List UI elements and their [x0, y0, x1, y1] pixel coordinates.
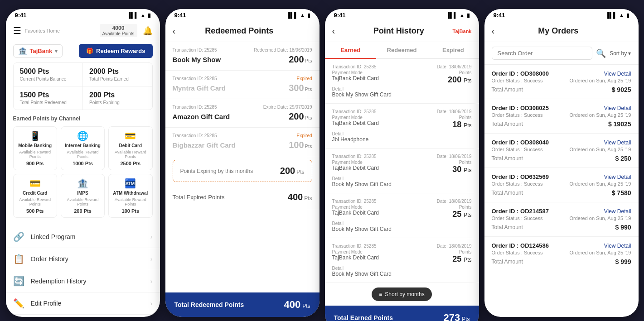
- total-label-0: Total Amount: [492, 86, 523, 93]
- redeem-btn-label: Redeem Rewards: [96, 48, 145, 54]
- order-id-0: Order ID : OD308000: [492, 70, 549, 77]
- txn-id-3: Transaction ID: 25285: [173, 133, 217, 138]
- total-amount-5: $ 999: [615, 258, 631, 265]
- order-row2-5: Order Status : Success Ordered on Sun, A…: [492, 250, 631, 255]
- status-bar-1: 9:41 ▐▌▌ ▲ ▮: [6, 9, 160, 20]
- order-item-5: Order ID : OD124586 View Detail Order St…: [484, 237, 639, 271]
- pts-label-3: Points Expiring: [89, 100, 146, 105]
- hist-pts-wrap-4: Points 25 Pts: [452, 249, 471, 264]
- order-date-4: Ordered on Sun, Aug 25 '19: [569, 216, 631, 221]
- screen4-title: My Orders: [500, 26, 616, 36]
- linked-program-icon: 🔗: [13, 231, 24, 242]
- order-id-2: Order ID : OD308040: [492, 139, 549, 146]
- order-history-icon: 📋: [13, 254, 24, 264]
- order-status-2: Order Status : Success: [492, 147, 543, 152]
- total-amount-1: $ 19025: [608, 120, 631, 128]
- order-id-1: Order ID : OD308025: [492, 105, 549, 111]
- status-bar-4: 9:41 ▐▌▌ ▲ ▮: [484, 9, 639, 20]
- atm-icon: 🏧: [125, 178, 136, 189]
- order-item-3: Order ID : OD632569 View Detail Order St…: [484, 168, 639, 202]
- brand-sub: Favorites Home: [25, 28, 60, 34]
- imps-icon: 🏦: [77, 178, 88, 189]
- channel-name-5: ATM Withdrawal: [113, 191, 148, 196]
- tab-expired[interactable]: Expired: [427, 42, 479, 58]
- status-icons-3: ▐▌▌ ▲ ▮: [446, 12, 470, 19]
- pts-label-1: Total Points Earned: [89, 77, 146, 81]
- view-detail-2[interactable]: View Detail: [604, 139, 631, 146]
- dropdown-icon[interactable]: ▾: [55, 48, 58, 54]
- view-detail-0[interactable]: View Detail: [604, 71, 631, 77]
- hist-pts-wrap-3: Points 25 Pts: [452, 205, 471, 219]
- txn-id-1: Transaction ID: 25285: [173, 76, 217, 81]
- txn-status-3: Expired: [297, 133, 312, 138]
- points-grid: 5000 Pts Current Points Balance 2000 Pts…: [13, 62, 153, 110]
- txn-detail-1: Myntra Gift Card 300Pts: [173, 83, 312, 93]
- channel-sub-2: Available Reward Points: [111, 150, 150, 159]
- redeem-rewards-button[interactable]: 🎁 Redeem Rewards: [79, 44, 152, 58]
- pts-num-1: 2000 Pts: [89, 67, 146, 76]
- sort-popup[interactable]: ≡ Short by months: [372, 287, 431, 301]
- total-label-3: Total Amount: [492, 190, 523, 196]
- sort-by-label[interactable]: Sort by ▾: [610, 50, 631, 57]
- txn-pts-1: 300Pts: [289, 83, 312, 93]
- screen1-rewards-home: 9:41 ▐▌▌ ▲ ▮ ☰ Favorites Home 4000 Avail…: [6, 9, 160, 317]
- menu-linked-program[interactable]: 🔗 Linked Program ›: [6, 226, 160, 248]
- hist-row1-4: Transaction ID: 25285 Date: 18/06/2019: [332, 244, 472, 249]
- debit-card-icon: 💳: [125, 130, 136, 141]
- channel-atm: 🏧 ATM Withdrawal Available Reward Points…: [108, 174, 152, 218]
- hist-pts-3: 25 Pts: [452, 210, 471, 219]
- txn-top-3: Transaction ID: 25285 Expired: [173, 133, 312, 138]
- notification-icon[interactable]: 🔔: [143, 26, 153, 36]
- orders-list: Order ID : OD308000 View Detail Order St…: [484, 65, 639, 317]
- menu-order-history[interactable]: 📋 Order History ›: [6, 248, 160, 270]
- wifi-icon-2: ▲: [300, 12, 305, 19]
- view-detail-4[interactable]: View Detail: [604, 208, 631, 215]
- txn-name-1: Myntra Gift Card: [173, 84, 226, 92]
- screen3-footer: Total Earned Points 273Pts: [325, 306, 479, 321]
- order-item-0: Order ID : OD308000 View Detail Order St…: [484, 65, 639, 99]
- channel-pts-3: 500 Pts: [26, 208, 44, 214]
- status-bar-3: 9:41 ▐▌▌ ▲ ▮: [325, 9, 479, 20]
- order-id-3: Order ID : OD632569: [492, 173, 549, 180]
- back-button-2[interactable]: ‹: [173, 26, 176, 36]
- hist-row1-2: Transaction ID: 25285 Date: 18/06/2019: [332, 154, 472, 159]
- screen4-header: ‹ My Orders: [484, 20, 639, 42]
- view-detail-5[interactable]: View Detail: [604, 243, 631, 249]
- order-row1-1: Order ID : OD308025 View Detail: [492, 105, 631, 111]
- footer-pts-2: 400Pts: [284, 299, 310, 311]
- gift-icon: 🎁: [86, 48, 93, 54]
- tab-redeemed[interactable]: Redeemed: [376, 42, 427, 58]
- pts-num-3: 200 Pts: [89, 91, 146, 99]
- footer-label-2: Total Redeemed Points: [174, 301, 244, 308]
- txn-name-3: Bigbazzar Gift Card: [173, 141, 236, 149]
- menu-redemption-history[interactable]: 🔄 Redemption History ›: [6, 270, 160, 292]
- view-detail-1[interactable]: View Detail: [604, 105, 631, 111]
- menu-icon[interactable]: ☰: [13, 25, 21, 36]
- brand-info: Favorites Home: [25, 28, 60, 34]
- view-detail-3[interactable]: View Detail: [604, 174, 631, 180]
- search-icon-4[interactable]: 🔍: [596, 48, 606, 58]
- menu-label-2: Redemption History: [31, 278, 150, 285]
- txn-item-3: Transaction ID: 25285 Expired Bigbazzar …: [165, 128, 320, 156]
- time-2: 9:41: [174, 12, 186, 19]
- expiring-label: Points Expiring by this months: [180, 168, 253, 174]
- hist-payment-0: Payment Mode TajBank Debit Card: [332, 70, 379, 85]
- hist-payment-3: Payment Mode TajBank Debit Card: [332, 205, 379, 219]
- search-input-4[interactable]: [492, 47, 593, 60]
- order-row3-3: Total Amount $ 7580: [492, 189, 631, 196]
- back-button-4[interactable]: ‹: [492, 26, 495, 36]
- hist-detail-4: Detail Book My Show Gift Card: [332, 266, 472, 277]
- menu-edit-profile[interactable]: ✏️ Edit Profile ›: [6, 292, 160, 315]
- back-button-3[interactable]: ‹: [332, 26, 335, 36]
- battery-icon-4: ▮: [626, 12, 629, 19]
- txn-date-2: Expire Date: 29/07/2019: [263, 105, 312, 110]
- tab-earned[interactable]: Earned: [325, 42, 376, 58]
- hist-row2-1: Payment Mode TajBank Debit Card Points 1…: [332, 115, 472, 129]
- screen2-redeemed-points: 9:41 ▐▌▌ ▲ ▮ ‹ Redeemed Points Transacti…: [165, 9, 320, 317]
- screen2-content: Transaction ID: 25285 Redeemed Date: 18/…: [165, 42, 320, 292]
- earned-section: Earned Points by Channel 📱 Mobile Bankin…: [6, 115, 160, 222]
- order-item-4: Order ID : OD214587 View Detail Order St…: [484, 202, 639, 237]
- header-left: ☰ Favorites Home: [13, 25, 60, 36]
- txn-detail-2: Amazon Gift Card 200Pts: [173, 111, 312, 122]
- total-label-1: Total Amount: [492, 121, 523, 127]
